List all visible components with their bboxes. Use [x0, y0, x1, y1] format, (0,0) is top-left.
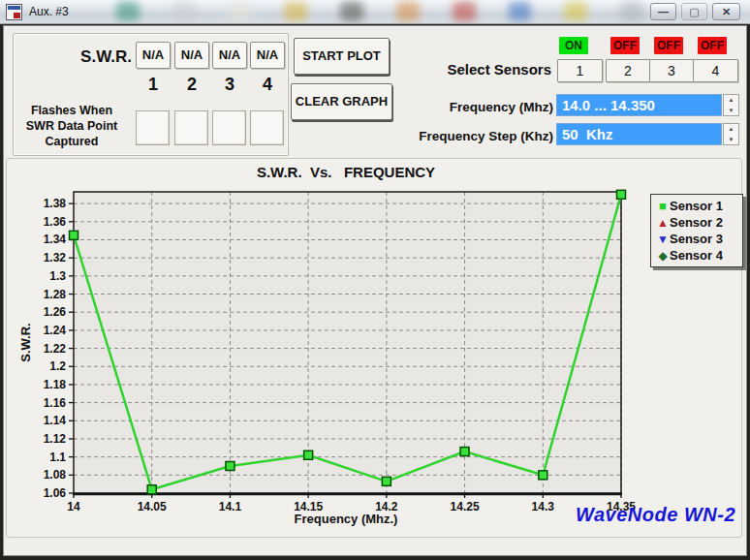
- sensor-4-marker-icon: ◆: [656, 249, 670, 263]
- channel-number-1: 1: [136, 75, 171, 95]
- flash-indicator-2: [174, 110, 208, 145]
- swr-frequency-chart: 1.061.081.11.121.141.161.181.21.221.241.…: [7, 178, 742, 527]
- swr-label: S.W.R.: [52, 47, 132, 67]
- svg-text:S.W.R.: S.W.R.: [18, 323, 33, 361]
- sensor-3-marker-icon: ▼: [656, 233, 670, 246]
- legend-item-sensor-2: ▲ Sensor 2: [656, 214, 738, 231]
- window-title: Aux. #3: [29, 5, 69, 18]
- svg-text:1.24: 1.24: [44, 324, 67, 337]
- frequency-step-spinner[interactable]: ▲ ▼: [723, 123, 739, 145]
- sensor-3-status-badge: OFF: [654, 37, 683, 54]
- flash-caption: Flashes When SWR Data Point Captured: [10, 103, 134, 149]
- svg-text:1.34: 1.34: [44, 233, 67, 246]
- svg-text:1.2: 1.2: [49, 359, 66, 373]
- app-window: Aux. #3 — ▢ ✕ S.W.R. N/A N/A N/A N/A 1 2…: [0, 0, 750, 560]
- minimize-button[interactable]: —: [650, 3, 676, 20]
- flash-indicator-3: [212, 110, 246, 145]
- legend-item-sensor-4: ◆ Sensor 4: [656, 247, 738, 264]
- sensor-1-marker-icon: ■: [656, 199, 670, 213]
- sensor-button-4[interactable]: 4: [693, 59, 738, 82]
- svg-text:1.12: 1.12: [44, 432, 67, 446]
- flash-indicator-4: [250, 110, 284, 145]
- sensor-button-1[interactable]: 1: [557, 59, 603, 82]
- sensor-button-2[interactable]: 2: [606, 59, 650, 82]
- svg-text:1.28: 1.28: [44, 288, 67, 301]
- client-area: S.W.R. N/A N/A N/A N/A 1 2 3 4 Flashes W…: [3, 25, 747, 556]
- channel-number-2: 2: [174, 75, 209, 95]
- legend-item-sensor-1: ■ Sensor 1: [656, 198, 738, 214]
- svg-text:1.32: 1.32: [44, 251, 67, 264]
- svg-text:1.1: 1.1: [49, 451, 66, 464]
- swr-na-button-1[interactable]: N/A: [136, 42, 171, 69]
- frequency-field[interactable]: 14.0 ... 14.350: [556, 94, 722, 116]
- maximize-button[interactable]: ▢: [681, 3, 707, 20]
- frequency-step-label: Frequency Step (Khz): [295, 129, 553, 143]
- frequency-spinner[interactable]: ▲ ▼: [723, 94, 739, 116]
- swr-na-button-3[interactable]: N/A: [212, 42, 247, 69]
- svg-text:1.3: 1.3: [49, 269, 66, 283]
- chart-legend: ■ Sensor 1 ▲ Sensor 2 ▼ Sensor 3 ◆ Senso…: [650, 194, 743, 267]
- sensor-2-marker-icon: ▲: [656, 216, 670, 230]
- sensor-1-status-badge: ON: [559, 37, 588, 54]
- spinner-up-icon[interactable]: ▲: [724, 124, 738, 135]
- sensor-4-status-badge: OFF: [698, 37, 727, 54]
- svg-text:1.08: 1.08: [44, 468, 67, 482]
- spinner-down-icon[interactable]: ▼: [724, 135, 738, 145]
- svg-text:1.14: 1.14: [44, 414, 67, 427]
- spinner-up-icon[interactable]: ▲: [724, 95, 738, 106]
- channel-number-3: 3: [212, 75, 247, 95]
- swr-na-button-2[interactable]: N/A: [174, 42, 209, 69]
- branding-text: WaveNode WN-2: [576, 504, 735, 526]
- svg-text:1.38: 1.38: [44, 197, 67, 210]
- svg-text:1.26: 1.26: [44, 305, 67, 319]
- legend-item-sensor-3: ▼ Sensor 3: [656, 231, 738, 247]
- svg-text:1.22: 1.22: [44, 342, 67, 356]
- flash-indicator-1: [136, 110, 170, 145]
- app-icon: [6, 4, 22, 20]
- svg-text:1.06: 1.06: [44, 486, 67, 500]
- chart-panel: S.W.R. Vs. FREQUENCY 1.061.081.11.121.14…: [6, 158, 742, 538]
- titlebar: Aux. #3 — ▢ ✕: [0, 0, 750, 24]
- spinner-down-icon[interactable]: ▼: [724, 106, 738, 116]
- svg-text:1.18: 1.18: [44, 378, 67, 391]
- titlebar-glass-decoration: [116, 2, 643, 24]
- svg-text:1.36: 1.36: [44, 215, 67, 229]
- sensor-2-status-badge: OFF: [610, 37, 640, 54]
- frequency-label: Frequency (Mhz): [295, 100, 553, 114]
- close-button[interactable]: ✕: [712, 3, 740, 20]
- swr-na-button-4[interactable]: N/A: [250, 42, 285, 69]
- frequency-step-field[interactable]: 50 Khz: [556, 123, 722, 145]
- channel-number-4: 4: [250, 75, 285, 95]
- svg-text:1.16: 1.16: [44, 396, 67, 410]
- sensor-button-3[interactable]: 3: [649, 59, 694, 82]
- select-sensors-label: Select Sensors: [372, 61, 551, 78]
